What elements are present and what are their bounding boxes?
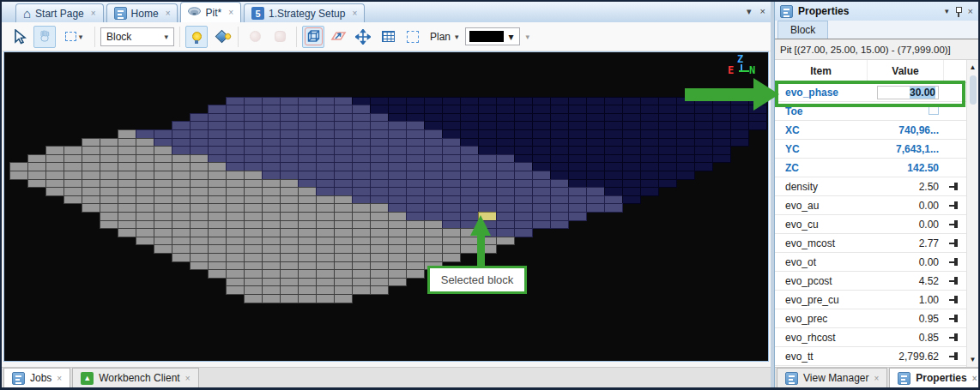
property-row-evo-ot[interactable]: evo_ot0.00: [775, 253, 966, 272]
viewport-canvas[interactable]: Z E N Selected block: [3, 51, 769, 362]
move-view-button[interactable]: [352, 26, 374, 48]
checkbox[interactable]: [929, 105, 939, 115]
pin-icon[interactable]: [949, 333, 960, 342]
tab-list-dropdown-icon[interactable]: ▾: [747, 6, 752, 17]
column-header-pin: [943, 60, 966, 82]
chevron-down-icon: ▾: [509, 31, 514, 43]
pin-icon[interactable]: [949, 182, 960, 191]
sphere-tool-button-2[interactable]: [269, 26, 291, 48]
tab-view-manager[interactable]: View Manager×: [777, 368, 887, 387]
close-tab-icon[interactable]: ×: [972, 374, 977, 383]
shading-button[interactable]: [210, 26, 233, 48]
tab-label: Properties: [916, 372, 966, 384]
property-name: evo_tt: [775, 351, 867, 363]
pin-icon[interactable]: [949, 314, 960, 323]
close-tab-icon[interactable]: ×: [91, 9, 96, 18]
property-row-toe[interactable]: Toe: [775, 102, 966, 121]
properties-table: Item Value evo_phase30.00ToeXC740,96...Y…: [775, 60, 966, 367]
tab-home[interactable]: Home×: [106, 3, 178, 22]
lighting-toggle-button[interactable]: [185, 26, 208, 48]
tab-label: Pit*: [205, 7, 221, 19]
property-row-xc[interactable]: XC740,96...: [775, 121, 966, 140]
tab-jobs[interactable]: Jobs×: [3, 368, 70, 387]
tab-workbench-client[interactable]: ▲Workbench Client×: [72, 368, 198, 387]
pin-panel-icon[interactable]: [954, 6, 963, 17]
tab-start-page[interactable]: ⌂Start Page×: [15, 3, 104, 22]
pin-icon[interactable]: [949, 276, 960, 285]
property-row-evo-phase[interactable]: evo_phase30.00: [775, 83, 966, 102]
property-name: Toe: [775, 105, 867, 117]
pin-icon[interactable]: [949, 295, 960, 304]
property-value: 0.95: [919, 313, 939, 325]
close-tab-icon[interactable]: ×: [185, 374, 191, 383]
pin-icon[interactable]: [949, 201, 960, 210]
close-panel-icon[interactable]: ×: [968, 6, 973, 16]
tab-label: Workbench Client: [99, 372, 180, 384]
zoom-extents-button[interactable]: [402, 26, 424, 48]
pin-icon[interactable]: [949, 238, 960, 248]
bottom-right-tabbar: View Manager×Properties×: [775, 367, 978, 387]
property-row-yc[interactable]: YC7,643,1...: [775, 140, 966, 159]
close-tab-icon[interactable]: ×: [352, 9, 357, 18]
scroll-up-icon[interactable]: ▲: [967, 63, 978, 71]
selected-block-callout: Selected block: [427, 266, 527, 294]
tab-block[interactable]: Block: [777, 21, 828, 39]
property-row-evo-cu[interactable]: evo_cu0.00: [775, 215, 966, 234]
property-row-evo-au[interactable]: evo_au0.00: [775, 196, 966, 215]
plane-icon: [330, 28, 347, 45]
panel-icon: [780, 5, 793, 18]
toolbar-separator: [296, 27, 297, 47]
pan-button[interactable]: [33, 26, 56, 48]
tab-pit[interactable]: Pit*×: [180, 2, 241, 22]
close-tab-icon[interactable]: ×: [228, 8, 233, 17]
section-plane-button[interactable]: [327, 26, 349, 48]
sphere-tool-button-1[interactable]: [244, 26, 266, 48]
property-row-zc[interactable]: ZC142.50: [775, 159, 966, 177]
panel-menu-dropdown-icon[interactable]: ▾: [945, 7, 949, 15]
block-mode-combobox[interactable]: Block ▾: [100, 27, 174, 46]
close-document-icon[interactable]: ×: [760, 6, 765, 17]
selected-object-header: Pit [(27.00, 25.00, 15.00) - (77,999.00)…: [775, 39, 978, 60]
annotation-arrow-head: [753, 78, 779, 111]
sphere-icon: [275, 31, 286, 42]
property-name: evo_rhcost: [775, 332, 867, 344]
toolbar-overflow-button[interactable]: ▾: [526, 33, 530, 41]
properties-scrollbar[interactable]: ▲ ▼: [966, 60, 978, 367]
close-tab-icon[interactable]: ×: [57, 374, 62, 383]
properties-table-header: Item Value: [775, 60, 966, 83]
property-name: density: [775, 181, 867, 193]
scrollbar-thumb[interactable]: [970, 75, 977, 105]
cursor-icon: [12, 29, 27, 45]
column-header-item: Item: [775, 65, 867, 77]
property-row-evo-mcost[interactable]: evo_mcost2.77: [775, 234, 966, 253]
property-row-evo-tt[interactable]: evo_tt2,799.62: [775, 347, 966, 366]
select-cursor-button[interactable]: [9, 26, 31, 48]
color-picker-dropdown[interactable]: ▾: [465, 27, 520, 45]
grid-button[interactable]: [377, 26, 399, 48]
axis-z-line: [741, 64, 742, 70]
property-row-evo-prec[interactable]: evo_prec0.95: [775, 309, 966, 328]
close-tab-icon[interactable]: ×: [166, 9, 171, 18]
pin-icon[interactable]: [949, 351, 960, 361]
property-value: 1.00: [919, 294, 939, 306]
marquee-icon: [65, 32, 76, 41]
value-edit-box[interactable]: 30.00: [877, 86, 939, 99]
view-orientation-dropdown[interactable]: Plan ▾: [426, 31, 463, 43]
scroll-down-icon[interactable]: ▼: [967, 356, 978, 363]
pin-icon[interactable]: [949, 257, 960, 267]
tab-1-strategy-setup[interactable]: 51.Strategy Setup×: [244, 3, 365, 22]
close-tab-icon[interactable]: ×: [874, 374, 880, 383]
chevron-down-icon: ▾: [455, 33, 459, 41]
block-model-view-button[interactable]: [302, 26, 324, 48]
toolbar: ▾ Block ▾: [2, 22, 771, 51]
tab-properties[interactable]: Properties×: [889, 368, 980, 387]
property-row-evo-pcost[interactable]: evo_pcost4.52: [775, 272, 966, 291]
pit-block-model[interactable]: [4, 52, 768, 361]
property-row-density[interactable]: density2.50: [775, 177, 966, 196]
document-tabbar: ⌂Start Page×Home×Pit*×51.Strategy Setup×…: [2, 2, 771, 22]
property-row-evo-pre-cu[interactable]: evo_pre_cu1.00: [775, 291, 966, 309]
selected-value: 30.00: [910, 87, 935, 99]
pin-icon[interactable]: [949, 219, 960, 229]
property-row-evo-rhcost[interactable]: evo_rhcost0.85: [775, 328, 966, 347]
marquee-select-button[interactable]: ▾: [58, 26, 89, 48]
